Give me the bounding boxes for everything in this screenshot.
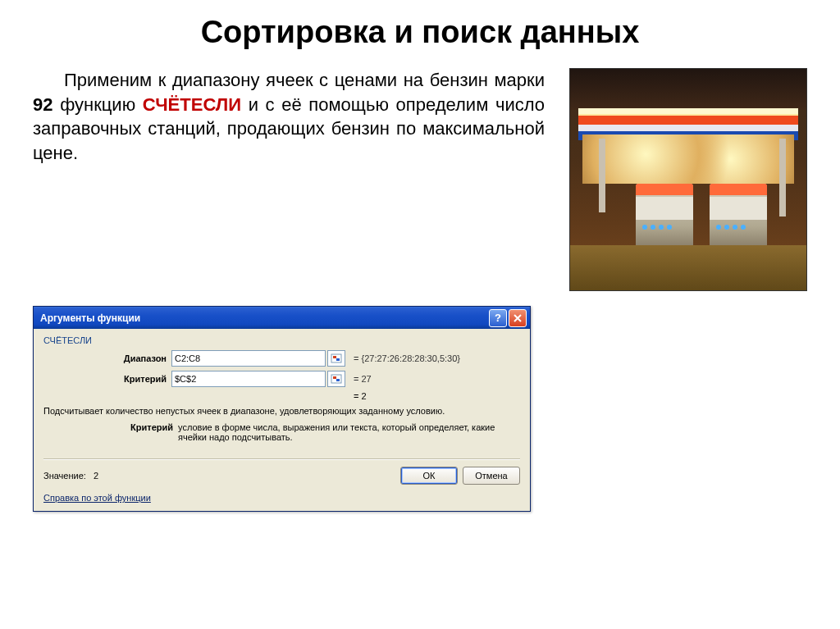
svg-rect-5	[336, 379, 340, 381]
range-input[interactable]	[171, 350, 326, 367]
function-arguments-dialog: Аргументы функции ? СЧЁТЕСЛИ Диапазон = …	[33, 306, 531, 512]
criteria-label: Критерий	[43, 374, 171, 384]
criteria-input[interactable]	[171, 371, 326, 387]
svg-rect-2	[336, 358, 340, 361]
text-92: 92	[33, 94, 52, 115]
slide-title: Сортировка и поиск данных	[0, 15, 840, 50]
result-preview: = 2	[354, 391, 520, 401]
dialog-titlebar[interactable]: Аргументы функции ?	[34, 307, 530, 329]
svg-rect-4	[333, 376, 336, 379]
dialog-title: Аргументы функции	[40, 312, 140, 324]
arg-desc-label: Критерий	[43, 422, 178, 442]
text-func: СЧЁТЕСЛИ	[143, 94, 241, 115]
text-p1: Применим к диапазону ячеек с ценами на б…	[64, 70, 545, 90]
cancel-button[interactable]: Отмена	[463, 467, 520, 485]
close-button[interactable]	[509, 309, 527, 327]
close-icon	[514, 314, 522, 322]
body-paragraph: Применим к диапазону ячеек с ценами на б…	[33, 68, 545, 291]
range-label: Диапазон	[43, 353, 171, 363]
arg-desc-text: условие в форме числа, выражения или тек…	[178, 422, 520, 442]
criteria-preview: = 27	[354, 374, 372, 384]
help-button[interactable]: ?	[489, 309, 507, 327]
gas-station-image	[569, 68, 807, 291]
collapse-icon	[331, 374, 342, 384]
function-name: СЧЁТЕСЛИ	[43, 335, 520, 345]
range-preview: = {27:27:26:28:28:30,5:30}	[354, 353, 460, 363]
range-ref-button[interactable]	[327, 350, 345, 367]
ok-button[interactable]: ОК	[400, 467, 458, 485]
criteria-ref-button[interactable]	[327, 371, 345, 387]
text-p2: функцию	[52, 94, 142, 115]
function-description: Подсчитывает количество непустых ячеек в…	[43, 406, 520, 416]
svg-rect-1	[333, 356, 336, 358]
value-result: 2	[94, 471, 98, 481]
collapse-icon	[331, 353, 342, 363]
value-label: Значение: 2	[43, 471, 98, 481]
help-link[interactable]: Справка по этой функции	[43, 493, 520, 503]
